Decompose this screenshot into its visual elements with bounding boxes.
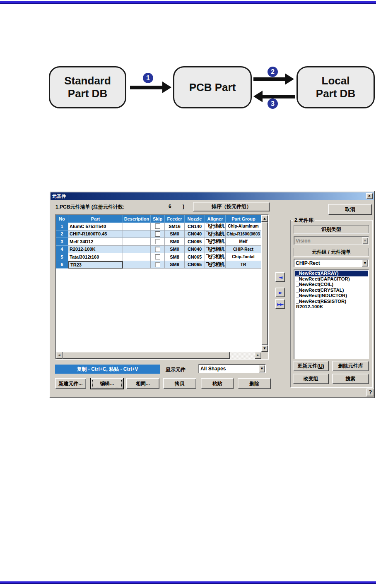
cell-feeder[interactable]: SM0 [165, 230, 185, 238]
col-header-part[interactable]: Part [68, 215, 123, 223]
table-row[interactable]: 4R2012-100KSM0CN040飞行相机CHIP-Rect [56, 246, 261, 254]
shape-filter-dropdown[interactable]: All Shapes ▼ [198, 364, 266, 373]
col-header-aligner[interactable]: Aligner [205, 215, 226, 223]
cell-nozzle[interactable]: CN040 [185, 230, 205, 238]
update-part-button[interactable]: 更新元件(U) [293, 361, 329, 371]
search-button[interactable]: 搜索 [332, 374, 369, 384]
library-list-item[interactable]: R2012-100K [295, 304, 368, 310]
chevron-down-icon[interactable]: ▼ [362, 259, 368, 266]
move-all-right-button[interactable]: ►► [275, 299, 285, 309]
sort-by-group-button[interactable]: 排序（按元件组） [193, 202, 270, 211]
cell-aligner[interactable]: 飞行相机 [205, 238, 226, 246]
paste-button[interactable]: 粘贴 [201, 378, 234, 389]
skip-checkbox[interactable] [155, 254, 160, 259]
cell-nozzle[interactable]: CN040 [185, 246, 205, 254]
col-header-skip[interactable]: Skip [151, 215, 165, 223]
cell-aligner[interactable]: 飞行相机 [205, 246, 226, 254]
library-list-item[interactable]: _NewRect(RESISTOR) [295, 299, 368, 305]
move-right-button[interactable]: ► [275, 288, 285, 297]
move-left-button[interactable]: ◄ [275, 272, 285, 282]
hscroll-thumb[interactable] [63, 352, 230, 359]
skip-checkbox[interactable] [155, 223, 160, 229]
library-list[interactable]: _NewRect(ARRAY)_NewRect(CAPACITOR)_NewRe… [294, 269, 369, 359]
dialog-titlebar[interactable]: 元器件 × [51, 192, 374, 200]
cell-desc[interactable] [123, 238, 151, 246]
cell-no[interactable]: 5 [56, 253, 68, 261]
col-header-nozzle[interactable]: Nozzle [185, 215, 205, 223]
col-header-no[interactable]: No [56, 215, 68, 223]
table-horizontal-scrollbar[interactable]: ◄ ► [56, 352, 261, 359]
close-icon[interactable]: × [366, 193, 373, 199]
cell-part[interactable]: Tatal3012t160 [68, 253, 123, 261]
cell-part[interactable]: R2012-100K [68, 246, 123, 254]
cell-no[interactable]: 6 [56, 261, 68, 269]
cell-desc[interactable] [123, 223, 151, 230]
vision-dropdown[interactable]: Vision ▼ [294, 236, 369, 245]
cell-group[interactable]: Chip-Tantal [226, 253, 261, 261]
cell-group[interactable]: TR [226, 261, 261, 269]
chevron-down-icon[interactable]: ▼ [259, 365, 265, 372]
table-row[interactable]: 5Tatal3012t160SM8CN065飞行相机Chip-Tantal [56, 253, 261, 261]
cell-aligner[interactable]: 飞行相机 [205, 261, 226, 269]
library-list-item[interactable]: _NewRect(CRYSTAL) [295, 288, 368, 293]
skip-checkbox[interactable] [155, 239, 160, 244]
cell-part[interactable]: AlumC 5753T540 [68, 223, 123, 230]
table-row[interactable]: 3Melf 34D12SM0CN065飞行相机Melf [56, 238, 261, 246]
cell-no[interactable]: 4 [56, 246, 68, 254]
col-header-description[interactable]: Description [123, 215, 151, 223]
cell-desc[interactable] [123, 253, 151, 261]
cell-group[interactable]: CHIP-Rect [226, 246, 261, 254]
part-group-dropdown[interactable]: CHIP-Rect ▼ [294, 259, 369, 267]
cell-feeder[interactable]: SM8 [165, 261, 185, 269]
library-list-item[interactable]: _NewRect(INDUCTOR) [295, 293, 368, 299]
cell-aligner[interactable]: 飞行相机 [205, 223, 226, 230]
cell-group[interactable]: Melf [226, 238, 261, 246]
cell-part[interactable]: TR23 [68, 261, 123, 269]
cell-aligner[interactable]: 飞行相机 [205, 253, 226, 261]
cell-no[interactable]: 3 [56, 238, 68, 246]
cell-nozzle[interactable]: CN140 [185, 223, 205, 230]
library-list-item[interactable]: _NewRect(ARRAY) [295, 271, 368, 276]
skip-checkbox[interactable] [155, 262, 160, 267]
skip-checkbox[interactable] [155, 247, 160, 252]
table-row[interactable]: 1AlumC 5753T540SM16CN140飞行相机Chip-Aluminu… [56, 223, 261, 230]
skip-checkbox[interactable] [155, 231, 160, 237]
scroll-down-icon[interactable]: ▼ [261, 345, 268, 352]
scroll-right-icon[interactable]: ► [255, 352, 261, 359]
new-part-button[interactable]: 新建元件... [55, 378, 86, 389]
scroll-up-icon[interactable]: ▲ [261, 215, 268, 222]
library-list-item[interactable]: _NewRect(CAPACITOR) [295, 276, 368, 282]
delete-library-button[interactable]: 删除元件库 [332, 361, 369, 371]
cell-no[interactable]: 2 [56, 230, 68, 238]
cell-part[interactable]: Melf 34D12 [68, 238, 123, 246]
cell-nozzle[interactable]: CN065 [185, 253, 205, 261]
col-header-feeder[interactable]: Feeder [165, 215, 185, 223]
cell-no[interactable]: 1 [56, 223, 68, 230]
chevron-down-icon[interactable]: ▼ [362, 237, 368, 244]
edit-button[interactable]: 编辑... [91, 378, 123, 389]
cell-feeder[interactable]: SM16 [165, 223, 185, 230]
cell-nozzle[interactable]: CN065 [185, 238, 205, 246]
cell-group[interactable]: Chip-R1600(0603 [226, 230, 261, 238]
table-vertical-scrollbar[interactable]: ▲ ▼ [261, 215, 268, 352]
library-list-item[interactable]: _NewRect(COIL) [295, 282, 368, 288]
same-button[interactable]: 相同... [126, 378, 159, 389]
cell-desc[interactable] [123, 261, 151, 269]
cell-part[interactable]: CHIP-R1600T0.45 [68, 230, 123, 238]
help-button[interactable]: ? [366, 389, 374, 396]
cell-feeder[interactable]: SM0 [165, 246, 185, 254]
cell-feeder[interactable]: SM8 [165, 253, 185, 261]
delete-button[interactable]: 删除 [238, 378, 271, 389]
cell-desc[interactable] [123, 230, 151, 238]
change-group-button[interactable]: 改变组 [293, 374, 329, 384]
col-header-part-group[interactable]: Part Group [226, 215, 261, 223]
cell-desc[interactable] [123, 246, 151, 254]
scroll-left-icon[interactable]: ◄ [56, 352, 63, 359]
vscroll-thumb[interactable] [261, 222, 268, 345]
cell-nozzle[interactable]: CN065 [185, 261, 205, 269]
copy-button[interactable]: 拷贝 [163, 378, 196, 389]
table-row[interactable]: 2CHIP-R1600T0.45SM0CN040飞行相机Chip-R1600(0… [56, 230, 261, 238]
cell-feeder[interactable]: SM0 [165, 238, 185, 246]
cancel-button[interactable]: 取消 [328, 204, 372, 215]
cell-group[interactable]: Chip-Aluminum [226, 223, 261, 230]
